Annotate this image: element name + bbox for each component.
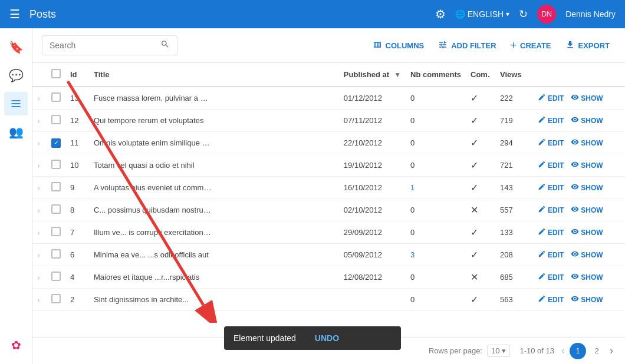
show-button[interactable]: SHOW bbox=[568, 114, 605, 127]
create-button[interactable]: + CREATE bbox=[505, 36, 557, 55]
edit-button[interactable]: EDIT bbox=[535, 226, 566, 239]
cell-views: 563 bbox=[495, 289, 531, 311]
cell-nb-comments: 0 bbox=[406, 132, 466, 154]
col-title-header[interactable]: Title bbox=[89, 63, 339, 87]
rows-per-page-select[interactable]: 10 ▾ bbox=[487, 345, 510, 357]
col-com-header[interactable]: Com. bbox=[466, 63, 495, 87]
show-icon bbox=[571, 294, 579, 305]
toolbar: COLUMNS ADD FILTER + CREATE EXPORT bbox=[32, 28, 625, 63]
cell-nb-comments: 0 bbox=[406, 199, 466, 221]
cell-views: 557 bbox=[495, 199, 531, 221]
expand-row-button[interactable]: › bbox=[37, 94, 40, 103]
table-container: Id Title Published at ▼ Nb comments Com.… bbox=[32, 63, 625, 337]
col-views-header[interactable]: Views bbox=[495, 63, 531, 87]
show-button[interactable]: SHOW bbox=[568, 204, 605, 216]
show-button[interactable]: SHOW bbox=[568, 181, 605, 194]
edit-icon bbox=[538, 183, 546, 193]
settings-icon[interactable]: ⚙ bbox=[435, 7, 446, 21]
cell-title: Fusce massa lorem, pulvinar a posue... bbox=[89, 87, 339, 110]
sidebar-item-people[interactable]: 👥 bbox=[4, 120, 28, 144]
columns-button[interactable]: COLUMNS bbox=[367, 37, 430, 55]
edit-button[interactable]: EDIT bbox=[535, 181, 566, 194]
edit-button[interactable]: EDIT bbox=[535, 159, 566, 171]
search-input[interactable] bbox=[50, 41, 156, 50]
cell-id: 13 bbox=[65, 87, 89, 110]
show-icon bbox=[571, 205, 579, 215]
row-checkbox[interactable] bbox=[51, 115, 61, 124]
comments-count: 0 bbox=[410, 94, 415, 102]
row-checkbox[interactable] bbox=[51, 249, 61, 259]
col-published-header[interactable]: Published at ▼ bbox=[339, 63, 406, 87]
export-button[interactable]: EXPORT bbox=[560, 37, 616, 55]
edit-button[interactable]: EDIT bbox=[535, 249, 566, 261]
comments-count[interactable]: 3 bbox=[410, 250, 415, 259]
edit-button[interactable]: EDIT bbox=[535, 204, 566, 216]
col-id-header[interactable]: Id bbox=[65, 63, 89, 87]
next-page-button[interactable]: › bbox=[607, 342, 616, 359]
show-button[interactable]: SHOW bbox=[568, 293, 605, 306]
table-header-row: Id Title Published at ▼ Nb comments Com.… bbox=[32, 63, 625, 87]
menu-icon[interactable]: ☰ bbox=[9, 7, 20, 21]
snackbar-undo-button[interactable]: UNDO bbox=[315, 333, 339, 343]
edit-button[interactable]: EDIT bbox=[535, 92, 566, 104]
expand-row-button[interactable]: › bbox=[37, 116, 40, 125]
snackbar-message: Element updated bbox=[233, 333, 296, 343]
expand-row-button[interactable]: › bbox=[37, 228, 40, 237]
edit-button[interactable]: EDIT bbox=[535, 293, 566, 306]
show-button[interactable]: SHOW bbox=[568, 159, 605, 171]
col-nb-comments-header[interactable]: Nb comments bbox=[406, 63, 466, 87]
comments-count[interactable]: 1 bbox=[410, 183, 415, 192]
table-row: ›✓11Omnis voluptate enim similique est p… bbox=[32, 132, 625, 154]
row-checkbox[interactable] bbox=[51, 227, 61, 236]
sidebar-item-bookmark[interactable]: 🔖 bbox=[4, 35, 28, 59]
edit-icon bbox=[538, 93, 546, 103]
sidebar-item-flower[interactable]: ✿ bbox=[4, 333, 28, 357]
show-button[interactable]: SHOW bbox=[568, 249, 605, 261]
page-1-button[interactable]: 1 bbox=[570, 343, 586, 359]
avatar[interactable]: DN bbox=[537, 5, 556, 24]
row-checkbox[interactable] bbox=[51, 204, 61, 214]
search-box[interactable] bbox=[42, 35, 177, 55]
row-checkbox[interactable]: ✓ bbox=[51, 138, 61, 148]
top-nav: ☰ Posts ⚙ 🌐 ENGLISH ▾ ↻ DN Dennis Nedry bbox=[0, 0, 625, 28]
show-button[interactable]: SHOW bbox=[568, 92, 605, 104]
refresh-icon[interactable]: ↻ bbox=[519, 8, 528, 21]
comments-count: 0 bbox=[410, 161, 415, 170]
page-2-button[interactable]: 2 bbox=[588, 343, 605, 359]
edit-button[interactable]: EDIT bbox=[535, 137, 566, 149]
cell-title: Illum ve... is corrupti exercitationem..… bbox=[89, 221, 339, 244]
row-checkbox[interactable] bbox=[51, 160, 61, 169]
cell-actions: EDIT SHOW bbox=[531, 154, 625, 177]
expand-row-button[interactable]: › bbox=[37, 250, 40, 260]
show-button[interactable]: SHOW bbox=[568, 137, 605, 149]
cell-title: C... possimus quibusdam nostrum ... bbox=[89, 199, 339, 221]
show-button[interactable]: SHOW bbox=[568, 271, 605, 283]
show-button[interactable]: SHOW bbox=[568, 226, 605, 239]
sidebar-item-list[interactable] bbox=[4, 92, 28, 115]
row-checkbox[interactable] bbox=[51, 182, 61, 191]
expand-row-button[interactable]: › bbox=[37, 273, 40, 282]
cell-actions: EDIT SHOW bbox=[531, 266, 625, 289]
edit-label: EDIT bbox=[548, 229, 564, 237]
edit-button[interactable]: EDIT bbox=[535, 114, 566, 127]
expand-row-button[interactable]: › bbox=[37, 161, 40, 170]
expand-row-button[interactable]: › bbox=[37, 206, 40, 215]
row-checkbox[interactable] bbox=[51, 294, 61, 303]
user-name: Dennis Nedry bbox=[565, 9, 616, 19]
sidebar-item-chat[interactable]: 💬 bbox=[4, 64, 28, 87]
row-checkbox[interactable] bbox=[51, 92, 61, 102]
add-filter-button[interactable]: ADD FILTER bbox=[432, 37, 502, 55]
select-all-checkbox[interactable] bbox=[51, 69, 61, 78]
prev-page-button[interactable]: ‹ bbox=[559, 342, 567, 359]
expand-row-button[interactable]: › bbox=[37, 183, 40, 193]
row-checkbox[interactable] bbox=[51, 272, 61, 281]
cell-actions: EDIT SHOW bbox=[531, 177, 625, 199]
language-button[interactable]: 🌐 ENGLISH ▾ bbox=[455, 9, 509, 19]
cell-title: Qui tempore rerum et voluptates bbox=[89, 110, 339, 132]
expand-row-button[interactable]: › bbox=[37, 295, 40, 305]
cell-title: A voluptas eius eveniet ut commodi d... bbox=[89, 177, 339, 199]
edit-button[interactable]: EDIT bbox=[535, 271, 566, 283]
expand-row-button[interactable]: › bbox=[37, 138, 40, 148]
cell-nb-comments: 1 bbox=[406, 177, 466, 199]
cell-title: Minima ea ve... ...s odit officiis aut bbox=[89, 244, 339, 266]
